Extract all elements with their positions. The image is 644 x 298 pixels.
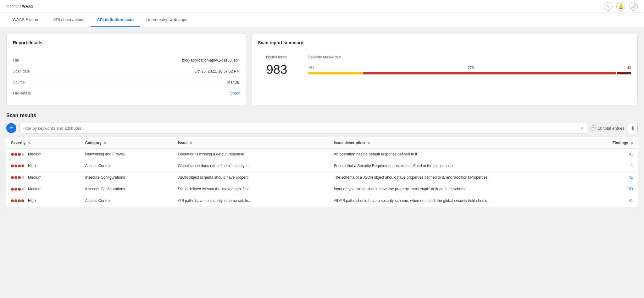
dot-3-2 <box>18 188 21 191</box>
col-issue[interactable]: Issue ⇅ <box>173 138 329 149</box>
severity-label-1: High <box>28 164 36 168</box>
issue-text-3: String defined without the 'maxLength' f… <box>178 187 249 191</box>
findings-link-3[interactable]: 183 <box>627 187 633 191</box>
severity-bar-medium <box>363 72 616 74</box>
notifications-icon[interactable]: 🔔 <box>616 2 625 11</box>
severity-label-3: Medium <box>28 187 42 191</box>
desc-text-1: Ensure that a Security Requirement objec… <box>334 164 455 168</box>
filter-icon <box>9 126 14 131</box>
export-button[interactable]: ⬇ <box>628 123 638 133</box>
dot-4-1 <box>14 199 17 202</box>
report-label-source: Source <box>13 80 25 84</box>
scan-results-section: Scan results ✕ ? 10 total entries ⬇ <box>6 113 638 207</box>
filter-icon-button[interactable] <box>6 123 16 133</box>
severity-label-4: High <box>28 198 36 203</box>
table-row: HighAccess ControlGlobal scope does not … <box>7 160 638 172</box>
table-row: HighAccess ControlAPI paths have no secu… <box>7 195 638 207</box>
breadcrumb-current: WAAS <box>22 4 33 8</box>
dot-2-2 <box>18 176 21 179</box>
severity-breakdown: Severity breakdown 164 776 43 <box>308 55 631 74</box>
cell-issue-0: Operation is missing a default response <box>173 149 329 160</box>
cell-findings-0[interactable]: 41 <box>582 149 637 160</box>
report-details-card: Report details File blog-application-api… <box>6 34 246 105</box>
col-description[interactable]: Issue description ⇅ <box>330 138 582 149</box>
cell-issue-1: Global scope does not define a 'security… <box>173 160 329 172</box>
breadcrumb-separator: / <box>20 4 21 8</box>
table-row: MediumInsecure ConfigurationsString defi… <box>7 183 638 195</box>
desc-text-3: Input of type 'string' should have the p… <box>334 187 467 191</box>
dot-0-1 <box>14 153 17 156</box>
cell-description-2: The schema of a JSON object should have … <box>330 172 582 183</box>
sort-issue-icon[interactable]: ⇅ <box>190 141 192 145</box>
cell-findings-4[interactable]: 41 <box>582 195 637 207</box>
tab-api-observations[interactable]: API observations <box>47 13 91 27</box>
tab-api-definition-scan[interactable]: API definition scan <box>91 13 140 27</box>
severity-medium-count: 776 <box>468 66 474 70</box>
severity-dots-0 <box>11 153 24 156</box>
severity-breakdown-label: Severity breakdown <box>308 55 631 59</box>
severity-cell-0: Medium <box>11 152 76 156</box>
dot-2-1 <box>14 176 17 179</box>
col-issue-label: Issue <box>178 141 187 145</box>
dot-1-2 <box>18 165 21 167</box>
cell-findings-1[interactable]: 1 <box>582 160 637 172</box>
report-value-source: Manual <box>227 80 240 84</box>
severity-cell-1: High <box>11 164 76 168</box>
cell-category-3: Insecure Configurations <box>81 183 174 195</box>
breadcrumb: Monitor / WAAS <box>6 4 33 8</box>
issue-text-0: Operation is missing a default response <box>178 152 244 156</box>
chart-icon[interactable]: 📈 <box>629 2 638 11</box>
sort-description-icon[interactable]: ⇅ <box>367 141 370 145</box>
report-row-file: File blog-application-api-v1-oas30.json <box>13 55 240 66</box>
issues-found-label: Issues found <box>258 55 296 59</box>
scan-results-table: Severity ⇅ Category ⇅ Issue ⇅ Issue desc… <box>6 137 638 207</box>
total-entries: ? 10 total entries <box>590 125 625 131</box>
col-findings[interactable]: Findings ⇅ <box>582 138 637 149</box>
col-severity[interactable]: Severity ⇅ <box>7 138 81 149</box>
severity-dots-3 <box>11 188 24 191</box>
desc-text-4: All API paths should have a security sch… <box>334 198 491 203</box>
severity-cell-3: Medium <box>11 187 76 191</box>
tabs-bar: WAAS Explorer API observations API defin… <box>0 13 644 27</box>
severity-dots-2 <box>11 176 24 179</box>
sort-findings-icon[interactable]: ⇅ <box>630 141 633 145</box>
dot-4-3 <box>21 199 24 202</box>
report-label-file-details: File details <box>13 91 31 95</box>
findings-link-2[interactable]: 41 <box>629 175 633 180</box>
severity-dots-4 <box>11 199 24 202</box>
clear-icon[interactable]: ✕ <box>580 126 584 131</box>
cell-description-4: All API paths should have a security sch… <box>330 195 582 207</box>
help-icon[interactable]: ? <box>604 2 613 11</box>
issues-found-count: 983 <box>258 62 296 77</box>
report-value-show[interactable]: Show <box>230 91 240 95</box>
cell-category-2: Insecure Configurations <box>81 172 174 183</box>
cell-category-1: Access Control <box>81 160 174 172</box>
findings-link-0[interactable]: 41 <box>629 152 633 156</box>
dot-0-0 <box>11 153 14 156</box>
report-value-scan-date: Oct 25, 2022, 10:37:52 PM <box>195 69 240 73</box>
tab-waas-explorer[interactable]: WAAS Explorer <box>6 13 47 27</box>
sort-severity-icon[interactable]: ⇅ <box>28 141 31 145</box>
top-bar: Monitor / WAAS ? 🔔 📈 <box>0 0 644 13</box>
findings-link-1[interactable]: 1 <box>631 164 633 168</box>
dot-3-0 <box>11 188 14 191</box>
dot-1-1 <box>14 165 17 167</box>
cards-row: Report details File blog-application-api… <box>6 34 638 105</box>
filter-input[interactable] <box>22 126 580 131</box>
desc-text-2: The schema of a JSON object should have … <box>334 175 491 180</box>
severity-label-2: Medium <box>28 175 42 180</box>
findings-link-4[interactable]: 41 <box>629 198 633 203</box>
report-value-file: blog-application-api-v1-oas30.json <box>182 58 240 62</box>
cell-findings-3[interactable]: 183 <box>582 183 637 195</box>
cell-issue-2: JSON object schema should have properti.… <box>173 172 329 183</box>
report-row-file-details: File details Show <box>13 88 240 99</box>
cell-severity-1: High <box>7 160 81 172</box>
sort-category-icon[interactable]: ⇅ <box>104 141 106 145</box>
col-category[interactable]: Category ⇅ <box>81 138 174 149</box>
dot-3-3 <box>21 188 24 191</box>
scan-summary-card: Scan report summary Issues found 983 Sev… <box>251 34 638 105</box>
tab-unprotected-web-apps[interactable]: Unprotected web apps <box>140 13 193 27</box>
cell-findings-2[interactable]: 41 <box>582 172 637 183</box>
dot-3-1 <box>14 188 17 191</box>
help-entries-icon[interactable]: ? <box>590 125 596 131</box>
